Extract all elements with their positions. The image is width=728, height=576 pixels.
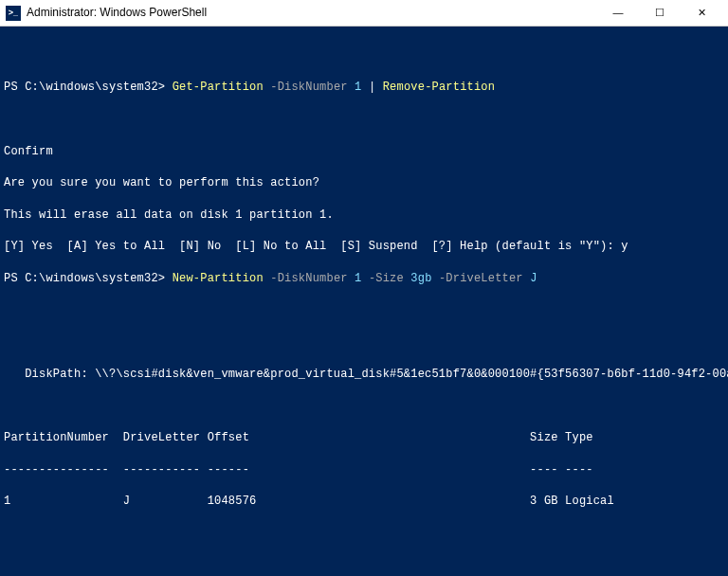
cmd-line: PS C:\windows\system32> Get-Partition -D… bbox=[4, 80, 724, 96]
blank bbox=[4, 557, 724, 573]
blank bbox=[4, 334, 724, 351]
window-title: Administrator: Windows PowerShell bbox=[27, 5, 597, 21]
confirm-question: Are you sure you want to perform this ac… bbox=[4, 175, 724, 191]
minimize-button[interactable]: — bbox=[597, 0, 639, 27]
table-header: PartitionNumber DriveLetter Offset Size … bbox=[4, 430, 724, 446]
window-controls: — ☐ ✕ bbox=[597, 0, 722, 27]
cmd-line: PS C:\windows\system32> New-Partition -D… bbox=[4, 271, 724, 287]
confirm-warning: This will erase all data on disk 1 parti… bbox=[4, 207, 724, 224]
blank bbox=[4, 112, 724, 128]
blank bbox=[4, 526, 724, 542]
close-button[interactable]: ✕ bbox=[681, 0, 722, 27]
table-divider: --------------- ----------- ------ ---- … bbox=[4, 462, 724, 478]
diskpath: DiskPath: \\?\scsi#disk&ven_vmware&prod_… bbox=[4, 367, 724, 383]
blank bbox=[4, 303, 724, 319]
titlebar: >_ Administrator: Windows PowerShell — ☐… bbox=[0, 0, 728, 27]
blank bbox=[4, 398, 724, 414]
confirm-header: Confirm bbox=[4, 144, 724, 160]
confirm-options: [Y] Yes [A] Yes to All [N] No [L] No to … bbox=[4, 239, 724, 255]
table-row: 1 J 1048576 3 GB Logical bbox=[4, 494, 724, 510]
terminal-output[interactable]: PS C:\windows\system32> Get-Partition -D… bbox=[0, 27, 728, 576]
blank bbox=[4, 48, 724, 64]
powershell-icon: >_ bbox=[6, 6, 21, 21]
maximize-button[interactable]: ☐ bbox=[639, 0, 681, 27]
